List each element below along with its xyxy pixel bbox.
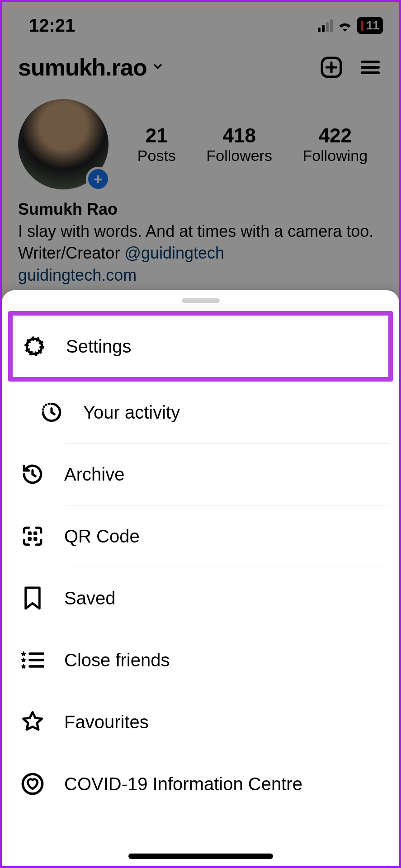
menu-label-activity: Your activity	[83, 402, 180, 423]
menu-item-your-activity[interactable]: Your activity	[11, 382, 390, 443]
menu-item-archive[interactable]: Archive	[11, 443, 390, 505]
chevron-down-icon[interactable]	[151, 60, 164, 75]
menu-label-qr: QR Code	[64, 526, 140, 547]
close-friends-icon	[20, 647, 45, 673]
followers-count: 418	[206, 124, 272, 147]
username-dropdown[interactable]: sumukh.rao	[18, 54, 147, 81]
posts-label: Posts	[137, 147, 176, 165]
status-bar: 12:21 11	[2, 2, 399, 40]
stat-following[interactable]: 422 Following	[303, 124, 368, 165]
svg-rect-10	[33, 537, 37, 541]
svg-rect-8	[33, 532, 37, 535]
saved-icon	[20, 585, 45, 611]
bio-line-1: I slay with words. And at times with a c…	[18, 221, 383, 243]
bio-line-2-prefix: Writer/Creator	[18, 244, 124, 262]
bio-link[interactable]: guidingtech.com	[18, 264, 383, 287]
avatar[interactable]: +	[18, 99, 109, 189]
menu-item-saved[interactable]: Saved	[11, 567, 390, 629]
display-name: Sumukh Rao	[18, 198, 383, 221]
menu-label-saved: Saved	[64, 588, 115, 609]
menu-item-favourites[interactable]: Favourites	[11, 691, 390, 753]
following-count: 422	[303, 124, 368, 147]
menu-label-close-friends: Close friends	[64, 650, 170, 670]
covid-info-icon	[20, 771, 45, 797]
archive-icon	[20, 462, 45, 487]
svg-rect-9	[28, 537, 32, 541]
sheet-grabber[interactable]	[182, 298, 220, 303]
settings-icon	[22, 334, 47, 359]
favourites-icon	[20, 709, 45, 735]
activity-icon	[39, 400, 64, 425]
svg-point-5	[45, 404, 47, 406]
bio: Sumukh Rao I slay with words. And at tim…	[2, 194, 399, 291]
menu-item-covid-info[interactable]: COVID-19 Information Centre	[11, 753, 390, 815]
hamburger-menu-button[interactable]	[358, 55, 383, 80]
bio-mention[interactable]: @guidingtech	[124, 244, 224, 262]
wifi-icon	[337, 15, 353, 36]
menu-item-qr-code[interactable]: QR Code	[11, 505, 390, 567]
menu-item-settings[interactable]: Settings	[8, 311, 393, 382]
cellular-signal-icon	[318, 19, 333, 32]
followers-label: Followers	[206, 147, 272, 165]
svg-point-3	[42, 408, 44, 410]
qr-code-icon	[20, 524, 45, 549]
following-label: Following	[303, 147, 368, 165]
menu-sheet: Settings Your activity Archive QR Code	[2, 290, 399, 866]
menu-label-covid: COVID-19 Information Centre	[64, 774, 302, 794]
stat-posts[interactable]: 21 Posts	[137, 124, 176, 165]
svg-point-6	[47, 403, 50, 405]
profile-header: sumukh.rao	[2, 40, 399, 85]
add-story-icon[interactable]: +	[86, 167, 110, 191]
svg-rect-7	[28, 532, 32, 535]
menu-label-archive: Archive	[64, 464, 124, 485]
home-indicator[interactable]	[128, 854, 273, 859]
menu-item-close-friends[interactable]: Close friends	[11, 629, 390, 691]
create-button[interactable]	[319, 55, 344, 80]
battery-indicator: 11	[357, 17, 383, 34]
menu-label-settings: Settings	[66, 336, 132, 357]
stat-followers[interactable]: 418 Followers	[206, 124, 272, 165]
battery-pct: 11	[366, 19, 379, 33]
svg-point-11	[23, 774, 42, 793]
status-time: 12:21	[29, 15, 75, 36]
posts-count: 21	[137, 124, 176, 147]
menu-label-favourites: Favourites	[64, 712, 149, 732]
svg-point-4	[43, 406, 45, 408]
